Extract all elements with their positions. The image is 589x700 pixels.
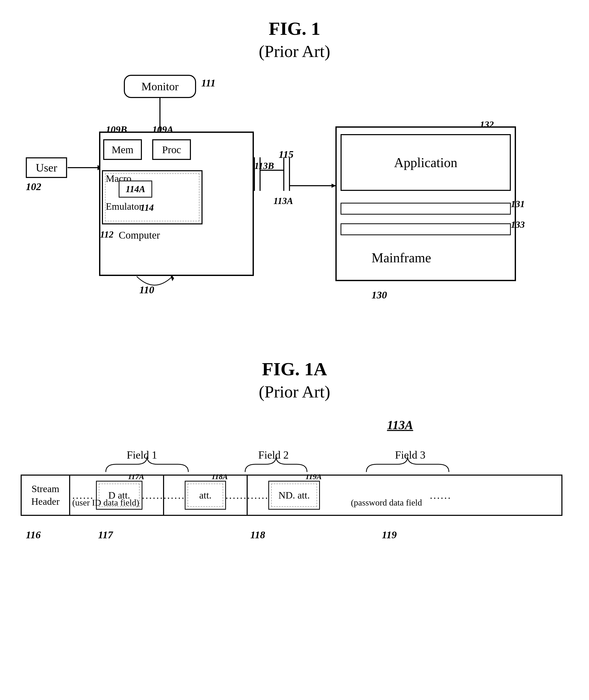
- user-label: User: [36, 161, 57, 174]
- fig1-title: FIG. 1: [0, 10, 589, 39]
- userid-note: (user ID data field): [72, 498, 139, 508]
- dots5: ......: [248, 476, 268, 515]
- password-note: (password data field: [351, 498, 422, 508]
- att-box: 118A att.: [185, 481, 226, 510]
- mem-label: Mem: [112, 144, 133, 156]
- lbl-113a-main: 113A: [387, 418, 413, 432]
- line-131-bar: [341, 203, 511, 215]
- lbl-102: 102: [26, 181, 41, 193]
- computer-text: Computer: [119, 229, 160, 241]
- fig1a-section: FIG. 1A (Prior Art) 113A Field 1 Field 2…: [0, 351, 589, 700]
- ndatt-box: 119A ND. att.: [268, 481, 320, 510]
- fig1-section: FIG. 1 (Prior Art): [0, 10, 589, 345]
- stream-header-label: StreamHeader: [31, 483, 59, 508]
- mem-box: Mem: [103, 139, 142, 160]
- inner-114a-box: 114A: [119, 181, 152, 198]
- lbl-118a: 118A: [212, 472, 228, 481]
- att-label: att.: [199, 490, 211, 501]
- lbl-117a: 117A: [128, 472, 144, 481]
- emulator-label: Emulator: [106, 201, 142, 212]
- ndatt-label: ND. att.: [278, 490, 310, 501]
- lbl-132: 132: [480, 119, 494, 130]
- bottom-labels: 116 117 118 119: [21, 529, 562, 544]
- lbl-133: 133: [511, 219, 525, 230]
- lbl-130: 130: [372, 289, 387, 301]
- monitor-label: Monitor: [141, 80, 179, 93]
- fig1-subtitle: (Prior Art): [0, 41, 589, 61]
- dots4: ......: [226, 476, 247, 515]
- user-box: User: [26, 157, 67, 178]
- lbl-111: 111: [201, 77, 216, 89]
- proc-label: Proc: [162, 144, 181, 156]
- lbl-113a: 113A: [273, 196, 293, 206]
- fig1a-subtitle: (Prior Art): [0, 382, 589, 402]
- lbl-117: 117: [98, 529, 113, 541]
- stream-row: StreamHeader ...... 117A D att. ...... .…: [21, 475, 562, 516]
- stream-table: Field 1 Field 2 Field 3 StreamHeader ...…: [21, 449, 562, 536]
- lbl-131: 131: [511, 199, 525, 209]
- monitor-box: Monitor: [124, 75, 196, 98]
- lbl-110: 110: [139, 284, 154, 296]
- application-box: Application: [341, 134, 511, 191]
- lbl-114: 114: [140, 202, 154, 213]
- dots1: ......: [70, 476, 96, 515]
- lbl-115: 115: [278, 148, 293, 161]
- fig1a-title: FIG. 1A: [0, 351, 589, 380]
- lbl-118: 118: [250, 529, 265, 541]
- dots2: ......: [143, 476, 163, 515]
- lbl-113b: 113B: [254, 161, 274, 171]
- stream-header-cell: StreamHeader: [22, 476, 70, 515]
- dots3: ......: [164, 476, 185, 515]
- lbl-119a: 119A: [306, 472, 322, 481]
- lbl-112: 112: [100, 229, 114, 240]
- lbl-119: 119: [382, 529, 397, 541]
- line-133-bar: [341, 223, 511, 235]
- application-label: Application: [394, 155, 457, 170]
- dots6: ......: [320, 476, 561, 515]
- proc-box: Proc: [152, 139, 191, 160]
- field3-label: Field 3: [374, 449, 446, 461]
- field2-label: Field 2: [245, 449, 302, 461]
- diagram1: Monitor 111 User 102 109B 109A Mem Proc …: [26, 70, 563, 340]
- lbl-116: 116: [26, 529, 41, 541]
- mainframe-text: Mainframe: [372, 250, 431, 265]
- lbl-114a: 114A: [126, 184, 145, 195]
- field1-label: Field 1: [106, 449, 178, 461]
